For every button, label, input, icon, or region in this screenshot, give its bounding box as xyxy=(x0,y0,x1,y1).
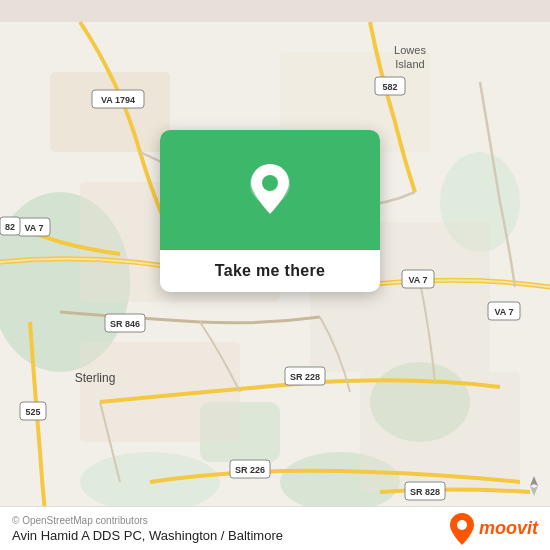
svg-text:525: 525 xyxy=(25,407,40,417)
info-bar: © OpenStreetMap contributors Avin Hamid … xyxy=(0,506,550,550)
copyright-text: © OpenStreetMap contributors xyxy=(12,515,283,526)
moovit-label: moovit xyxy=(479,518,538,539)
location-card: Take me there xyxy=(160,130,380,292)
location-pin-icon xyxy=(246,160,294,220)
moovit-logo: moovit xyxy=(449,512,538,546)
svg-text:Island: Island xyxy=(395,58,424,70)
svg-text:82: 82 xyxy=(5,222,15,232)
svg-point-39 xyxy=(262,175,278,191)
svg-text:582: 582 xyxy=(382,82,397,92)
svg-text:VA 7: VA 7 xyxy=(408,275,427,285)
location-name: Avin Hamid A DDS PC, Washington / Baltim… xyxy=(12,528,283,543)
card-map-section xyxy=(160,130,380,250)
card-button-section: Take me there xyxy=(160,250,380,292)
map-scale-indicator xyxy=(526,474,542,498)
svg-text:VA 7: VA 7 xyxy=(494,307,513,317)
svg-rect-7 xyxy=(50,72,170,152)
moovit-pin-icon xyxy=(449,512,475,546)
svg-point-40 xyxy=(457,520,467,530)
svg-text:SR 226: SR 226 xyxy=(235,465,265,475)
svg-marker-42 xyxy=(530,486,538,496)
svg-text:Sterling: Sterling xyxy=(75,371,116,385)
info-bar-left: © OpenStreetMap contributors Avin Hamid … xyxy=(12,515,283,543)
take-me-there-button[interactable]: Take me there xyxy=(176,262,364,280)
svg-text:SR 828: SR 828 xyxy=(410,487,440,497)
svg-text:Lowes: Lowes xyxy=(394,44,426,56)
svg-text:SR 228: SR 228 xyxy=(290,372,320,382)
svg-text:SR 846: SR 846 xyxy=(110,319,140,329)
svg-text:VA 7: VA 7 xyxy=(24,223,43,233)
svg-marker-41 xyxy=(530,476,538,486)
map-container: VA 1794 VA 7 82 582 SR 846 VA 7 VA 7 SR … xyxy=(0,0,550,550)
svg-text:VA 1794: VA 1794 xyxy=(101,95,135,105)
